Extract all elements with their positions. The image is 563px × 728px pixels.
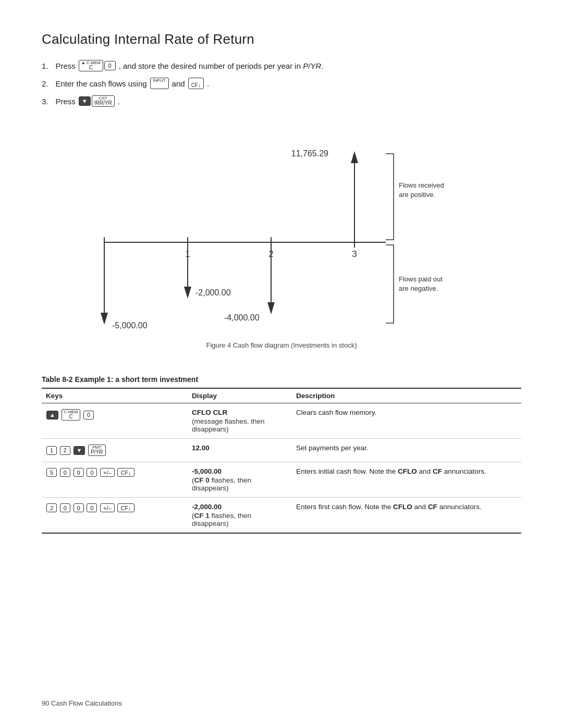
row2-keys: 1 2 ▼ PMT P/YR: [42, 439, 188, 462]
key-plusminus-r4: +/–: [100, 503, 115, 512]
col-header-keys: Keys: [42, 388, 188, 403]
svg-marker-12: [101, 313, 108, 325]
table-row: 2 0 0 0 +/– CF↓ -2,000.00 (CF 1 flashes,…: [42, 498, 521, 534]
cmem-key-r1: C·MEM C: [62, 409, 81, 421]
step3-keys: ▼ CST IRR/YR: [79, 95, 115, 107]
cash-flow-svg: 1 2 3 11,765.29 -5,000.00 -2,000.00 -4,0…: [73, 128, 490, 336]
cmem-key: ▲ C·MEM C: [79, 60, 103, 71]
key-down-r2: ▼: [74, 446, 85, 455]
col-header-description: Description: [292, 388, 521, 403]
svg-marker-9: [351, 151, 358, 163]
row3-keys: 5 0 0 0 +/– CF↓: [42, 462, 188, 498]
table-section: Table 8-2 Example 1: a short term invest…: [42, 375, 521, 534]
key-5-r3: 5: [46, 468, 57, 477]
row4-keys: 2 0 0 0 +/– CF↓: [42, 498, 188, 534]
row3-desc: Enters initial cash flow. Note the CFLO …: [292, 462, 521, 498]
svg-text:-4,000.00: -4,000.00: [224, 313, 260, 322]
svg-marker-18: [267, 302, 275, 314]
row4-desc: Enters first cash flow. Note the CFLO an…: [292, 498, 521, 534]
row2-desc: Set payments per year.: [292, 439, 521, 462]
input-key: INPUT: [150, 78, 169, 89]
key-cf-r4: CF↓: [117, 503, 134, 512]
row2-display: 12.00: [188, 439, 292, 462]
irr-yr-key: CST IRR/YR: [92, 95, 115, 107]
row1-desc: Clears cash flow memory.: [292, 403, 521, 439]
key-0c-r3: 0: [87, 468, 97, 477]
row1-display: CFLO CLR (message flashes, then disappea…: [188, 403, 292, 439]
table-header-row: Keys Display Description: [42, 388, 521, 403]
table-row: ▲ C·MEM C 0 CFLO CLR (message flashes, t…: [42, 403, 521, 439]
svg-text:-5,000.00: -5,000.00: [112, 321, 148, 330]
table-row: 5 0 0 0 +/– CF↓ -5,000.00 (CF 0 flashes,…: [42, 462, 521, 498]
down-arrow-key: ▼: [79, 96, 91, 106]
table-title: Table 8-2 Example 1: a short term invest…: [42, 375, 521, 384]
key-2-r2: 2: [60, 446, 70, 455]
zero-key-r1: 0: [83, 411, 94, 419]
svg-text:Flows paid out: Flows paid out: [399, 275, 443, 283]
svg-text:3: 3: [352, 249, 357, 259]
row1-keys: ▲ C·MEM C 0: [42, 403, 188, 439]
up-arrow-key-r1: ▲: [46, 411, 58, 419]
svg-text:are negative.: are negative.: [399, 285, 438, 292]
instruction-step-3: 3. Press ▼ CST IRR/YR .: [42, 95, 521, 107]
key-plusminus-r3: +/–: [100, 468, 115, 477]
zero-key: 0: [104, 61, 116, 70]
key-2-r4: 2: [46, 503, 57, 512]
key-0b-r4: 0: [74, 503, 84, 512]
page-title: Calculating Internal Rate of Return: [42, 31, 521, 47]
instructions-section: 1. Press ▲ C·MEM C 0 , and store the des…: [42, 60, 521, 107]
page-footer: 90 Cash Flow Calculations: [42, 699, 122, 707]
key-0c-r4: 0: [87, 503, 97, 512]
svg-text:11,765.29: 11,765.29: [291, 149, 328, 158]
instruction-step-2: 2. Enter the cash flows using INPUT and …: [42, 78, 521, 89]
key-0a-r4: 0: [60, 503, 70, 512]
pyr-key-r2: PMT P/YR: [88, 445, 105, 456]
col-header-display: Display: [188, 388, 292, 403]
cf-key: CF↓: [188, 78, 204, 89]
figure-caption: Figure 4 Cash flow diagram (Investments …: [73, 341, 490, 349]
key-cf-r3: CF↓: [117, 468, 134, 477]
key-0b-r3: 0: [74, 468, 84, 477]
svg-text:Flows received: Flows received: [399, 181, 444, 189]
step1-keys: ▲ C·MEM C 0: [79, 60, 116, 71]
svg-text:-2,000.00: -2,000.00: [195, 288, 231, 297]
key-1-r2: 1: [46, 446, 57, 455]
diagram-section: 1 2 3 11,765.29 -5,000.00 -2,000.00 -4,0…: [42, 128, 521, 349]
svg-marker-15: [184, 287, 191, 299]
instruction-step-1: 1. Press ▲ C·MEM C 0 , and store the des…: [42, 60, 521, 71]
row4-display: -2,000.00 (CF 1 flashes, then disappears…: [188, 498, 292, 534]
diagram-container: 1 2 3 11,765.29 -5,000.00 -2,000.00 -4,0…: [73, 128, 490, 349]
row3-display: -5,000.00 (CF 0 flashes, then disappears…: [188, 462, 292, 498]
data-table: Keys Display Description ▲ C·MEM C 0 CFL…: [42, 388, 521, 534]
table-row: 1 2 ▼ PMT P/YR 12.00 Set payments per ye…: [42, 439, 521, 462]
key-0a-r3: 0: [60, 468, 70, 477]
svg-text:are positive.: are positive.: [399, 191, 435, 199]
